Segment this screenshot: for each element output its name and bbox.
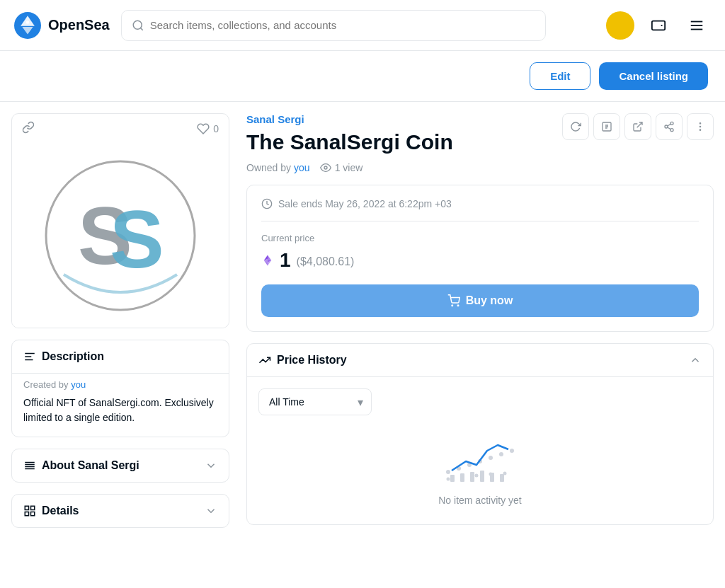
- buy-now-label: Buy now: [466, 294, 513, 307]
- owner-link[interactable]: you: [294, 162, 310, 173]
- about-header-left: About Sanal Sergi: [23, 459, 139, 472]
- svg-rect-20: [25, 512, 28, 516]
- description-icon: [23, 350, 36, 363]
- share-button[interactable]: [656, 113, 683, 140]
- sale-card-inner: Sale ends May 26, 2022 at 6:22pm +03 Cur…: [247, 185, 713, 331]
- wallet-button[interactable]: [644, 11, 673, 40]
- more-icon: [695, 121, 706, 132]
- svg-text:S: S: [110, 194, 164, 284]
- price-eth: 1: [280, 249, 291, 272]
- cancel-listing-button[interactable]: Cancel listing: [599, 62, 708, 90]
- svg-point-25: [670, 122, 673, 125]
- refresh-button[interactable]: [562, 113, 589, 140]
- created-by-prefix: Created by: [23, 379, 69, 390]
- svg-rect-18: [25, 506, 28, 509]
- svg-line-29: [668, 124, 671, 126]
- svg-point-26: [665, 125, 668, 128]
- creator-link[interactable]: you: [71, 379, 86, 390]
- eye-icon: [320, 162, 331, 173]
- buy-now-button[interactable]: Buy now: [261, 284, 699, 317]
- external-link-button[interactable]: [624, 113, 651, 140]
- wand-icon: [601, 121, 612, 132]
- link-icon[interactable]: [22, 121, 35, 137]
- like-button[interactable]: 0: [197, 122, 219, 135]
- svg-point-51: [475, 474, 479, 478]
- svg-point-47: [499, 452, 503, 456]
- no-activity-text: No item activity yet: [438, 495, 521, 506]
- nft-header: Sanal Sergi The SanalSergi Coin Owned by…: [246, 113, 714, 173]
- nft-meta: Owned by you 1 view: [246, 162, 453, 173]
- nft-image-card: 0 S S: [11, 113, 229, 328]
- more-button[interactable]: [687, 113, 714, 140]
- price-history-header[interactable]: Price History: [247, 344, 713, 376]
- svg-rect-57: [480, 471, 484, 482]
- price-history-chevron-icon: [689, 354, 702, 367]
- description-title: Description: [42, 350, 104, 363]
- menu-icon: [689, 18, 704, 33]
- description-text: Official NFT of SanalSergi.com. Exclusiv…: [23, 396, 217, 425]
- price-row: 1 ($4,080.61): [261, 249, 699, 272]
- shopping-cart-icon: [447, 294, 460, 307]
- svg-point-48: [510, 449, 514, 453]
- svg-line-24: [637, 122, 642, 127]
- logo-text: OpenSea: [48, 17, 110, 33]
- share-icon: [663, 121, 675, 132]
- svg-point-31: [700, 126, 700, 127]
- search-input[interactable]: [150, 19, 535, 31]
- about-icon: [23, 459, 36, 472]
- about-card: About Sanal Sergi: [11, 449, 229, 483]
- current-price-label: Current price: [261, 233, 699, 243]
- about-chevron-icon: [205, 459, 217, 472]
- price-history-body: All Time Last 24 Hours Last 7 Days Last …: [247, 376, 713, 524]
- description-body: Created by you Official NFT of SanalSerg…: [12, 373, 229, 437]
- svg-point-30: [700, 123, 700, 124]
- external-link-icon: [632, 121, 644, 132]
- details-card: Details: [11, 494, 229, 528]
- header-right: [606, 11, 711, 40]
- description-header-left: Description: [23, 350, 104, 363]
- refresh-icon: [570, 121, 581, 132]
- menu-button[interactable]: [683, 11, 711, 40]
- svg-rect-21: [31, 512, 35, 516]
- like-count: 0: [213, 123, 219, 134]
- created-by: Created by you: [23, 379, 217, 390]
- svg-point-46: [489, 456, 493, 460]
- svg-point-32: [700, 129, 700, 130]
- sale-card: Sale ends May 26, 2022 at 6:22pm +03 Cur…: [246, 185, 714, 332]
- chain-icon: [22, 121, 35, 134]
- svg-rect-54: [450, 475, 455, 482]
- svg-rect-19: [31, 506, 35, 509]
- description-card: Description Created by you Official NFT …: [11, 340, 229, 437]
- wand-button[interactable]: [593, 113, 620, 140]
- sale-ends-text: Sale ends May 26, 2022 at 6:22pm +03: [278, 198, 452, 209]
- svg-point-49: [447, 478, 450, 481]
- no-activity-area: No item activity yet: [258, 415, 702, 513]
- action-icons: [562, 113, 714, 140]
- nft-title: The SanalSergi Coin: [246, 129, 453, 155]
- header: OpenSea: [0, 0, 725, 51]
- svg-rect-55: [460, 473, 464, 482]
- time-select[interactable]: All Time Last 24 Hours Last 7 Days Last …: [258, 388, 372, 415]
- opensea-logo-icon: [14, 12, 41, 39]
- views-count: 1 view: [335, 162, 363, 173]
- details-icon: [23, 505, 36, 517]
- clock-icon: [261, 198, 273, 209]
- description-header[interactable]: Description: [12, 340, 229, 373]
- details-header[interactable]: Details: [12, 495, 229, 527]
- svg-rect-56: [470, 472, 474, 482]
- edit-button[interactable]: Edit: [530, 62, 590, 90]
- nft-title-area: Sanal Sergi The SanalSergi Coin Owned by…: [246, 113, 453, 173]
- main-content: 0 S S: [0, 102, 725, 539]
- nft-image-container: S S: [12, 144, 229, 328]
- left-column: 0 S S: [0, 102, 241, 539]
- nft-artwork: S S: [42, 158, 198, 313]
- owned-by-text: Owned by: [246, 162, 291, 173]
- logo[interactable]: OpenSea: [14, 12, 110, 39]
- about-header[interactable]: About Sanal Sergi: [12, 449, 229, 482]
- details-chevron-icon: [205, 505, 217, 517]
- avatar[interactable]: [606, 11, 634, 40]
- toolbar: Edit Cancel listing: [0, 51, 725, 102]
- price-history-title: Price History: [277, 354, 347, 367]
- collection-name[interactable]: Sanal Sergi: [246, 113, 453, 125]
- sale-ends: Sale ends May 26, 2022 at 6:22pm +03: [261, 198, 699, 221]
